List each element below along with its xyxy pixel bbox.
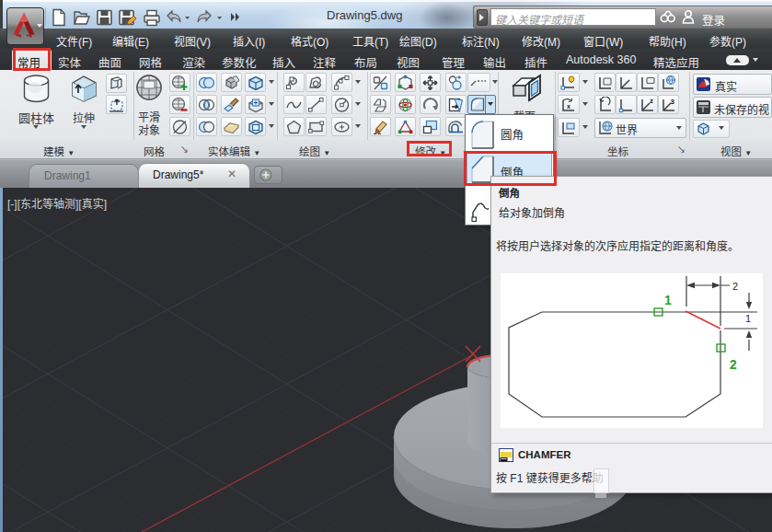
svg-text:1: 1	[745, 313, 751, 324]
svg-text:3: 3	[671, 98, 675, 106]
svg-text:2: 2	[732, 281, 738, 292]
svg-text:1: 1	[664, 293, 672, 307]
svg-text:2: 2	[730, 357, 737, 372]
svg-text:z: z	[650, 97, 653, 105]
svg-text:x: x	[567, 103, 570, 110]
